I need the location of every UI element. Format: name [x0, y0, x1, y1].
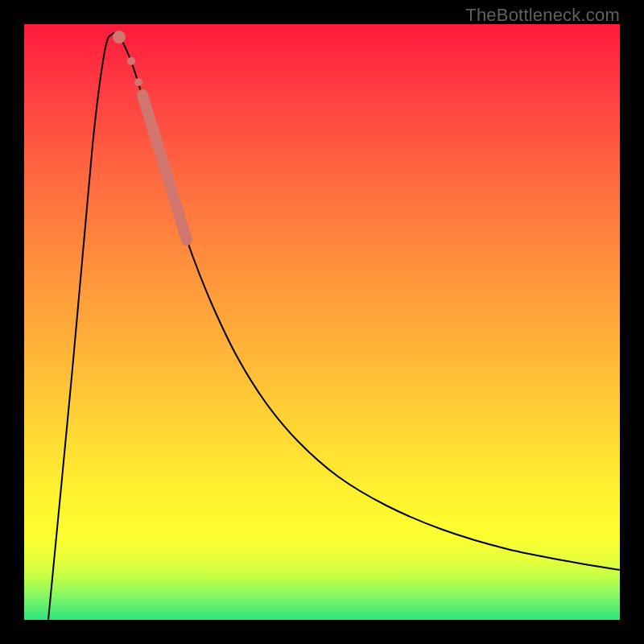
highlight-dot — [113, 31, 126, 43]
highlight-dots — [113, 31, 142, 86]
plot-area — [24, 24, 620, 620]
highlight-dot — [134, 78, 142, 86]
attribution-text: TheBottleneck.com — [465, 5, 620, 26]
curve-svg — [24, 24, 620, 620]
chart-frame: TheBottleneck.com — [0, 0, 644, 644]
highlight-thick-segment — [142, 95, 187, 240]
highlight-dot — [127, 57, 135, 65]
bottleneck-curve — [48, 33, 620, 620]
